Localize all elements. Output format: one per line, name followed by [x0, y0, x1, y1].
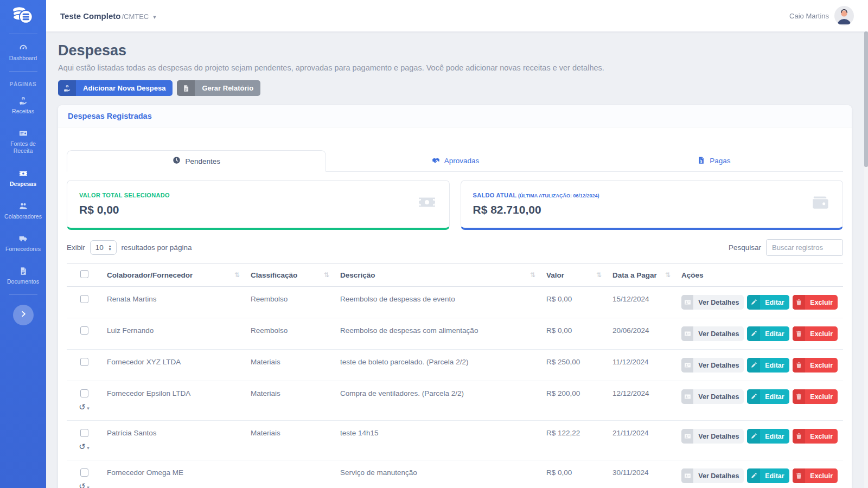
row-actions: Ver DetalhesEditarExcluir	[681, 429, 838, 444]
view-details-button[interactable]: Ver Detalhes	[681, 326, 744, 341]
sidebar-item-label: Fontes de Receita	[1, 140, 45, 155]
button-label: Ver Detalhes	[693, 429, 744, 444]
chevron-right-icon	[20, 310, 27, 320]
button-label: Ver Detalhes	[693, 295, 744, 310]
tab-aprovadas[interactable]: Aprovadas	[326, 150, 584, 171]
app-logo[interactable]	[0, 0, 46, 31]
edit-button[interactable]: Editar	[747, 326, 789, 341]
per-page-label: resultados por página	[122, 243, 192, 252]
sort-icon[interactable]: ⇅	[665, 271, 671, 279]
delete-button[interactable]: Excluir	[793, 326, 838, 341]
sidebar-item-fornecedores[interactable]: Fornecedores	[0, 227, 46, 260]
add-expense-label: Adicionar Nova Despesa	[76, 80, 173, 96]
pen-icon	[747, 468, 760, 483]
pen-icon	[747, 389, 760, 404]
tab-pagas[interactable]: $Pagas	[585, 150, 843, 171]
sidebar-item-colaboradores[interactable]: Colaboradores	[0, 195, 46, 227]
edit-button[interactable]: Editar	[747, 295, 789, 310]
button-label: Ver Detalhes	[693, 326, 744, 341]
sidebar-item-dashboard[interactable]: Dashboard	[0, 36, 46, 69]
page-size-select[interactable]: 10 ▴▾	[90, 240, 117, 255]
column-header-colaborador-fornecedor[interactable]: Colaborador/Fornecedor⇅	[101, 264, 245, 287]
delete-button[interactable]: Excluir	[793, 468, 838, 483]
select-all-header[interactable]	[67, 264, 101, 287]
sidebar-item-receitas[interactable]: Receitas	[0, 89, 46, 122]
delete-button[interactable]: Excluir	[793, 295, 838, 310]
row-checkbox[interactable]	[80, 468, 88, 477]
edit-button[interactable]: Editar	[747, 468, 789, 483]
undo-dropdown[interactable]: ↺ ▾	[72, 481, 96, 488]
sidebar-item-fontes-de-receita[interactable]: Fontes de Receita	[0, 122, 46, 162]
row-actions: Ver DetalhesEditarExcluir	[681, 326, 838, 341]
project-name: Teste Completo	[60, 11, 120, 21]
column-header-data-a-pagar[interactable]: Data a Pagar⇅	[607, 264, 676, 287]
tab-pendentes[interactable]: Pendentes	[67, 150, 326, 172]
pen-icon	[747, 358, 760, 373]
row-checkbox[interactable]	[80, 389, 88, 397]
invoice-icon: $	[697, 156, 705, 166]
button-label: Editar	[760, 389, 789, 404]
column-header-classificacao[interactable]: Classificação⇅	[245, 264, 335, 287]
stat-value: R$ 82.710,00	[473, 203, 599, 216]
delete-button[interactable]: Excluir	[793, 389, 838, 404]
table-row: Fornecedor XYZ LTDAMateriaisteste de bol…	[67, 350, 843, 381]
column-header-descricao[interactable]: Descrição⇅	[335, 264, 541, 287]
edit-button[interactable]: Editar	[747, 429, 789, 444]
undo-dropdown[interactable]: ↺ ▾	[72, 442, 96, 452]
scrollbar[interactable]	[864, 0, 868, 488]
sort-icon[interactable]: ⇅	[324, 271, 329, 279]
row-checkbox[interactable]	[80, 326, 88, 335]
stat-text: VALOR TOTAL SELECIONADOR$ 0,00	[79, 190, 170, 216]
cell-value: R$ 0,00	[541, 318, 607, 350]
coins-database-logo-icon	[11, 5, 35, 26]
cell-date: 15/12/2024	[607, 287, 676, 318]
view-details-button[interactable]: Ver Detalhes	[681, 468, 744, 483]
column-label: Valor	[546, 271, 564, 279]
row-checkbox[interactable]	[80, 295, 88, 303]
column-label: Colaborador/Fornecedor	[107, 271, 193, 279]
clock-icon	[173, 156, 181, 166]
undo-dropdown[interactable]: ↺ ▾	[72, 402, 96, 412]
row-checkbox[interactable]	[80, 358, 88, 366]
view-details-button[interactable]: Ver Detalhes	[681, 358, 744, 373]
trash-icon	[793, 468, 806, 483]
search-input[interactable]	[766, 239, 843, 256]
divider	[9, 294, 37, 295]
delete-button[interactable]: Excluir	[793, 429, 838, 444]
delete-button[interactable]: Excluir	[793, 358, 838, 373]
project-selector[interactable]: Teste Completo /CMTEC ▾	[60, 11, 156, 21]
button-label: Excluir	[805, 389, 838, 404]
sidebar-expand-button[interactable]	[13, 305, 34, 325]
view-details-button[interactable]: Ver Detalhes	[681, 389, 744, 404]
hand-coin-icon	[19, 97, 28, 105]
add-expense-button[interactable]: Adicionar Nova Despesa	[58, 80, 173, 96]
stats-row: VALOR TOTAL SELECIONADOR$ 0,00SALDO ATUA…	[67, 180, 843, 230]
sidebar-item-documentos[interactable]: Documentos	[0, 260, 46, 292]
stat-sublabel: (ÚLTIMA ATULIZAÇÃO: 06/12/2024)	[516, 193, 599, 198]
button-label: Excluir	[805, 468, 838, 483]
column-label: Ações	[681, 271, 704, 279]
document-icon	[177, 80, 195, 96]
cell-name: Fornecedor Omega ME	[101, 460, 245, 488]
show-label: Exibir	[67, 243, 85, 252]
scrollbar-thumb[interactable]	[864, 31, 868, 167]
sidebar-item-despesas[interactable]: Despesas	[0, 162, 46, 195]
sort-icon[interactable]: ⇅	[530, 271, 535, 279]
id-card-icon	[681, 429, 693, 444]
sort-icon[interactable]: ⇅	[596, 271, 602, 279]
view-details-button[interactable]: Ver Detalhes	[681, 429, 744, 444]
select-all-checkbox[interactable]	[80, 270, 88, 278]
button-label: Excluir	[805, 429, 838, 444]
view-details-button[interactable]: Ver Detalhes	[681, 295, 744, 310]
svg-text:$: $	[700, 159, 703, 163]
edit-button[interactable]: Editar	[747, 389, 789, 404]
row-checkbox[interactable]	[80, 429, 88, 437]
generate-report-button[interactable]: Gerar Relatório	[177, 80, 260, 96]
sort-icon[interactable]: ⇅	[234, 271, 240, 279]
edit-button[interactable]: Editar	[747, 358, 789, 373]
user-menu[interactable]: Caio Martins	[789, 6, 854, 25]
button-label: Ver Detalhes	[693, 358, 744, 373]
column-header-valor[interactable]: Valor⇅	[541, 264, 607, 287]
cell-actions: Ver DetalhesEditarExcluir	[676, 381, 843, 421]
table-row: Renata MartinsReembolsoReembolso de desp…	[67, 287, 843, 318]
